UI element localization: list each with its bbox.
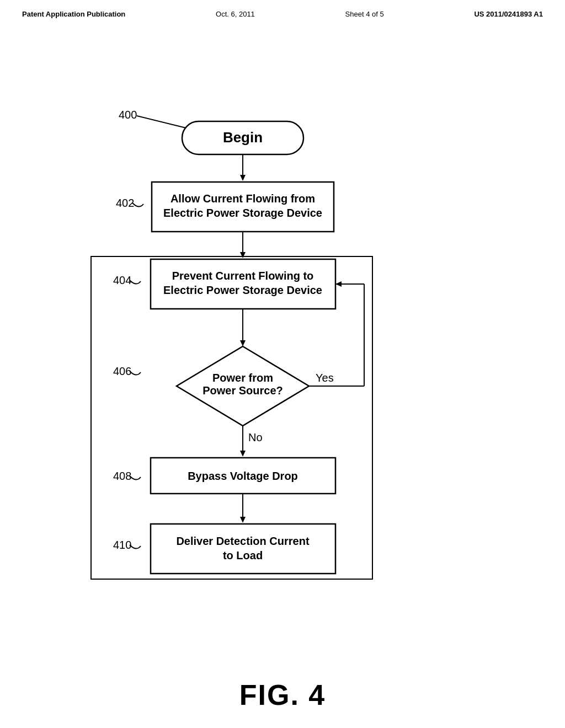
label-410: 410 <box>113 539 131 551</box>
svg-rect-21 <box>151 524 335 574</box>
svg-marker-7 <box>240 252 246 258</box>
node-404-line1: Prevent Current Flowing to <box>172 270 314 282</box>
svg-marker-20 <box>240 517 246 523</box>
page-header: Patent Application Publication Oct. 6, 2… <box>0 0 565 18</box>
header-sheet: Sheet 4 of 5 <box>345 10 384 18</box>
node-410-line2: to Load <box>223 549 263 561</box>
node-402-line1: Allow Current Flowing from <box>170 192 315 205</box>
svg-marker-15 <box>335 281 342 287</box>
flowchart-svg: 400 Begin 402 Allow Current Flowing from… <box>0 39 565 673</box>
node-no-label: No <box>248 431 263 443</box>
node-404-line2: Electric Power Storage Device <box>163 284 322 296</box>
header-date: Oct. 6, 2011 <box>216 10 255 18</box>
node-402-line2: Electric Power Storage Device <box>163 207 322 219</box>
node-begin-text: Begin <box>223 129 263 146</box>
label-402: 402 <box>116 197 134 209</box>
label-404: 404 <box>113 274 131 286</box>
node-406-line1: Power from <box>212 372 273 384</box>
header-patent-number: US 2011/0241893 A1 <box>474 10 543 18</box>
label-406: 406 <box>113 365 131 377</box>
header-publication-label: Patent Application Publication <box>22 10 125 18</box>
svg-marker-17 <box>240 451 246 457</box>
label-408: 408 <box>113 470 131 482</box>
svg-marker-4 <box>240 175 246 181</box>
node-408-text: Bypass Voltage Drop <box>188 470 298 482</box>
node-406-line2: Power Source? <box>202 384 283 397</box>
diagram-area: 400 Begin 402 Allow Current Flowing from… <box>0 39 565 673</box>
label-400: 400 <box>119 109 137 121</box>
figure-label: FIG. 4 <box>0 678 565 711</box>
node-yes-label: Yes <box>316 372 334 384</box>
svg-marker-10 <box>240 340 246 346</box>
node-410-line1: Deliver Detection Current <box>176 535 310 547</box>
